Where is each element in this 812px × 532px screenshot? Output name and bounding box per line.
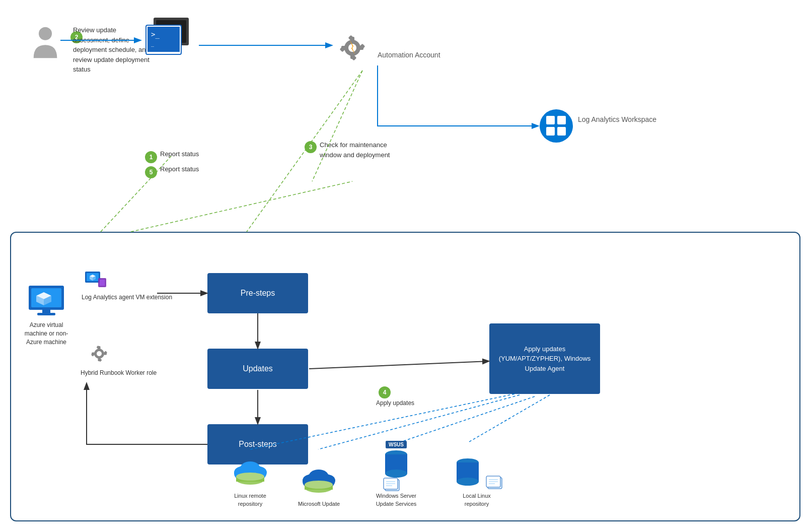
linux-repo-label: Linux remote repository bbox=[228, 492, 273, 508]
step1-circle: 1 bbox=[145, 151, 157, 163]
hybrid-runbook-icon bbox=[87, 341, 112, 368]
svg-line-90 bbox=[131, 181, 352, 232]
log-agent-label: Log Analytics agent VM extension bbox=[82, 293, 172, 302]
svg-line-86 bbox=[469, 395, 550, 442]
svg-rect-22 bbox=[557, 127, 566, 136]
presteps-box: Pre-steps bbox=[207, 273, 308, 313]
svg-rect-19 bbox=[546, 116, 555, 124]
azure-vm-label: Azure virtual machine or non-Azure machi… bbox=[21, 321, 71, 346]
svg-point-60 bbox=[305, 481, 333, 489]
svg-rect-21 bbox=[546, 127, 555, 136]
svg-line-82 bbox=[309, 361, 488, 369]
check-maintenance-label: Check for maintenance window and deploym… bbox=[320, 140, 400, 160]
azure-vm-icon bbox=[26, 283, 66, 320]
hybrid-runbook-label: Hybrid Runbook Worker role bbox=[81, 369, 157, 377]
svg-line-85 bbox=[394, 396, 535, 444]
step5-label: Report status bbox=[160, 165, 199, 173]
apply-updates-box: Apply updates (YUM/APT/ZYPHER), Windows … bbox=[489, 323, 600, 394]
svg-point-63 bbox=[385, 470, 407, 478]
step3-circle: 3 bbox=[305, 141, 317, 153]
diagram-container: 2 Review update assessment, define deplo… bbox=[0, 0, 812, 532]
step4-circle: 4 bbox=[379, 386, 391, 398]
svg-text:_: _ bbox=[151, 41, 155, 47]
svg-text:>_: >_ bbox=[151, 30, 160, 39]
local-linux-item: Local Linux repository bbox=[454, 457, 514, 508]
report-status-label: Report status bbox=[160, 150, 199, 158]
person-icon bbox=[30, 25, 60, 62]
svg-rect-36 bbox=[100, 280, 105, 286]
log-analytics-label: Log Analytics Workspace bbox=[578, 115, 656, 125]
step4-label: Apply updates bbox=[376, 399, 414, 408]
portal-icon: >_ _ bbox=[141, 15, 196, 62]
wsus-item: WSUS bbox=[374, 441, 419, 508]
microsoft-update-label: Microsoft Update bbox=[298, 500, 340, 508]
svg-line-84 bbox=[318, 395, 520, 449]
svg-rect-28 bbox=[42, 310, 50, 313]
bottom-section: Azure virtual machine or non-Azure machi… bbox=[10, 232, 800, 521]
svg-point-0 bbox=[39, 27, 52, 40]
svg-point-18 bbox=[540, 109, 573, 143]
log-agent-icon bbox=[84, 271, 107, 295]
microsoft-update-item: Microsoft Update bbox=[298, 466, 340, 508]
svg-rect-20 bbox=[557, 116, 566, 124]
local-linux-label: Local Linux repository bbox=[454, 492, 499, 508]
svg-rect-29 bbox=[37, 313, 55, 315]
svg-line-91 bbox=[312, 71, 362, 181]
linux-repo-item: Linux remote repository bbox=[228, 457, 273, 508]
svg-point-38 bbox=[97, 351, 102, 356]
step5-circle: 5 bbox=[145, 166, 157, 178]
svg-point-53 bbox=[236, 473, 264, 481]
log-analytics-icon bbox=[539, 108, 574, 146]
wsus-label: Windows Server Update Services bbox=[374, 492, 419, 508]
wsus-badge: WSUS bbox=[386, 441, 407, 448]
automation-account-label: Automation Account bbox=[378, 50, 440, 59]
svg-point-73 bbox=[457, 478, 479, 486]
automation-account-icon bbox=[332, 28, 373, 70]
updates-box: Updates bbox=[207, 349, 308, 389]
